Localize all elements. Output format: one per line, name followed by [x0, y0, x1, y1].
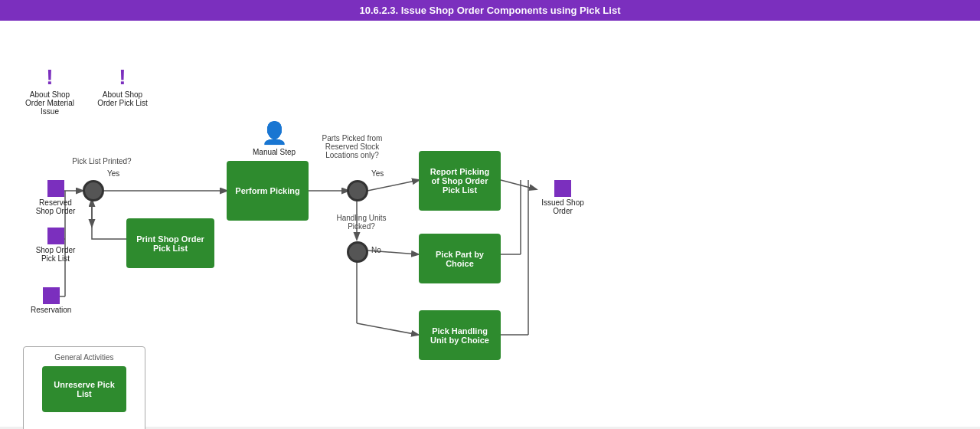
- manual-step-node: 👤 Manual Step: [253, 120, 296, 156]
- perform-picking-label: Perform Picking: [235, 186, 299, 195]
- handling-units-picked-label: Handling Units Picked?: [331, 214, 392, 231]
- about-pick-list-label: About Shop Order Pick List: [96, 90, 149, 107]
- issued-shop-order-label: Issued Shop Order: [536, 198, 590, 215]
- header-title: 10.6.2.3. Issue Shop Order Components us…: [360, 5, 621, 16]
- diamond-2: [347, 180, 368, 201]
- reservation-label: Reservation: [31, 306, 71, 314]
- issued-shop-order-square: [554, 180, 571, 197]
- reservation-square: [43, 287, 60, 304]
- pick-list-printed-label: Pick List Printed?: [71, 157, 132, 165]
- shop-order-pick-list-label: Shop Order Pick List: [31, 246, 80, 263]
- print-pick-list-label: Print Shop Order Pick List: [134, 234, 207, 253]
- exclamation-icon-picklist: !: [119, 67, 126, 88]
- yes-label-1: Yes: [107, 169, 119, 178]
- about-material-issue-node: ! About Shop Order Material Issue: [23, 67, 77, 116]
- header: 10.6.2.3. Issue Shop Order Components us…: [0, 0, 980, 21]
- unreserve-pick-list-label: Unreserve Pick List: [50, 380, 119, 398]
- unreserve-pick-list-box[interactable]: Unreserve Pick List: [42, 366, 126, 412]
- exclamation-icon-material: !: [46, 67, 53, 88]
- issued-shop-order-node: Issued Shop Order: [536, 180, 590, 215]
- general-activities-container: General Activities Unreserve Pick List: [23, 346, 145, 429]
- parts-picked-label: Parts Picked from Reserved Stock Locatio…: [314, 134, 390, 159]
- report-picking-label: Report Picking of Shop Order Pick List: [426, 167, 493, 195]
- person-icon: 👤: [253, 120, 296, 146]
- shop-order-pick-list-node: Shop Order Pick List: [31, 228, 80, 263]
- reserved-shop-order-label: Reserved Shop Order: [31, 198, 80, 215]
- diamond-1: [83, 180, 104, 201]
- general-activities-title: General Activities: [30, 353, 139, 362]
- svg-line-9: [357, 323, 418, 335]
- svg-line-6: [501, 180, 536, 189]
- pick-part-by-choice-label: Pick Part by Choice: [426, 250, 493, 268]
- pick-handling-unit-label: Pick Handling Unit by Choice: [426, 326, 493, 345]
- manual-step-label: Manual Step: [253, 148, 296, 156]
- about-pick-list-node: ! About Shop Order Pick List: [96, 67, 149, 107]
- shop-order-pick-list-square: [47, 228, 64, 244]
- reservation-node: Reservation: [31, 287, 71, 314]
- reserved-shop-order-square: [47, 180, 64, 197]
- svg-line-4: [368, 180, 419, 191]
- canvas: ! About Shop Order Material Issue ! Abou…: [0, 21, 980, 427]
- perform-picking-box[interactable]: Perform Picking: [227, 161, 309, 221]
- yes-label-2: Yes: [371, 169, 384, 178]
- reserved-shop-order-node: Reserved Shop Order: [31, 180, 80, 215]
- pick-handling-unit-box[interactable]: Pick Handling Unit by Choice: [419, 310, 501, 360]
- no-label: No: [371, 246, 381, 254]
- pick-part-by-choice-box[interactable]: Pick Part by Choice: [419, 234, 501, 283]
- report-picking-box[interactable]: Report Picking of Shop Order Pick List: [419, 151, 501, 211]
- diamond-3: [347, 241, 368, 263]
- about-material-issue-label: About Shop Order Material Issue: [23, 90, 77, 116]
- print-pick-list-box[interactable]: Print Shop Order Pick List: [126, 218, 214, 268]
